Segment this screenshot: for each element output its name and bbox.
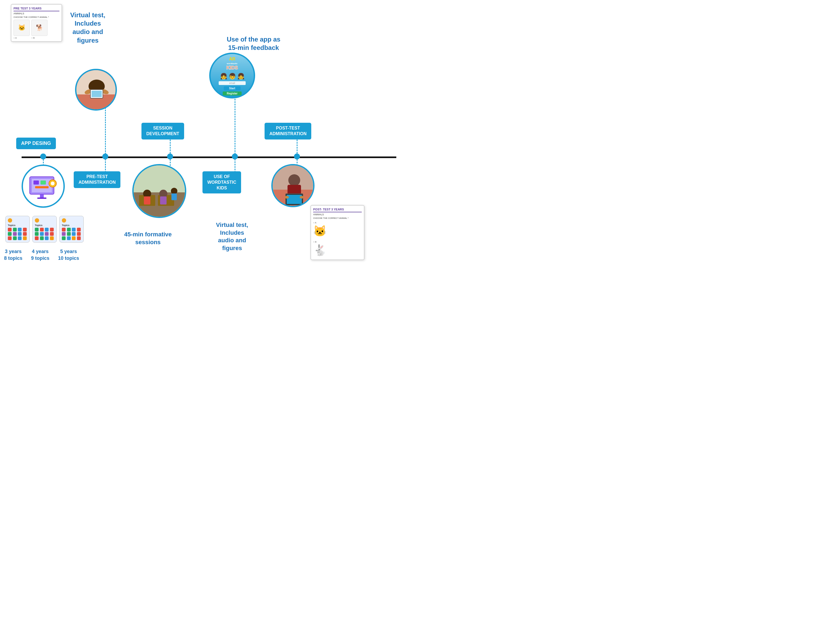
app-card-5y-title: Topics	[62, 224, 81, 226]
timeline-dot-3	[167, 154, 173, 159]
label-use-wordtastic: USE OFWORDTASTICKIDS	[202, 171, 241, 193]
svg-point-33	[284, 196, 289, 199]
icon-5y-4	[77, 228, 81, 231]
timeline-dot-2	[102, 154, 108, 159]
pretest-option-a: 🐱	[14, 20, 30, 36]
annotation-45min: 45-min formativesessions	[124, 231, 172, 246]
app-design-icon	[27, 171, 59, 201]
label-session-dev: SESSIONDEVELOPMENT	[141, 123, 184, 140]
app-card-3years: Topics	[5, 216, 30, 243]
svg-point-8	[51, 182, 54, 185]
svg-rect-2	[34, 180, 39, 185]
icon-3	[18, 228, 22, 231]
icon-4	[23, 228, 27, 231]
circle-wordtastic: AR wordtastic KIDS 👧 👦 👧 email Start Reg…	[209, 52, 255, 99]
icon-4y-8	[50, 232, 54, 236]
icon-7	[18, 232, 22, 236]
annotation-virtual-test-pre: Virtual test,Includesaudio andfigures	[70, 11, 105, 45]
label-pretest-admin: PRE-TESTADMINISTRATION	[74, 171, 121, 188]
app-card-3y-grid	[8, 228, 27, 240]
pretest-radio-b: ○ B	[31, 37, 48, 39]
svg-point-34	[300, 196, 304, 199]
dashed-line-2-up	[105, 103, 106, 154]
dashed-line-4-up	[235, 89, 235, 154]
app-card-4y-grid	[35, 228, 54, 240]
timeline-dot-1	[40, 154, 46, 159]
app-card-5y-header	[62, 218, 66, 223]
icon-4y-2	[40, 228, 44, 231]
svg-rect-22	[144, 196, 150, 205]
posttest-photo-placeholder	[273, 165, 315, 207]
app-card-5y-grid	[62, 228, 81, 240]
icon-8	[23, 232, 27, 236]
label-app-design: APP DESING	[16, 137, 56, 149]
icon-4y-6	[40, 232, 44, 236]
label-posttest-admin: POST-TESTADMINISTRATION	[264, 123, 311, 140]
year-label-3: 3 years8 topics	[4, 248, 22, 262]
icon-5y-11	[72, 236, 76, 240]
icon-4y-5	[35, 232, 39, 236]
pretest-subtitle: ANIMALS	[14, 12, 59, 15]
icon-5y-1	[62, 228, 66, 231]
pretest-radio-a: ○ A	[14, 37, 30, 39]
posttest-subtitle: ANIMALS	[313, 213, 362, 216]
svg-rect-3	[40, 180, 46, 185]
posttest-title: POST- TEST 3 YEARS	[313, 208, 362, 212]
icon-5y-8	[77, 232, 81, 236]
icon-11	[18, 236, 22, 240]
icon-4y-7	[45, 232, 49, 236]
icon-4y-3	[45, 228, 49, 231]
icon-5y-12	[77, 236, 81, 240]
icon-5y-3	[72, 228, 76, 231]
posttest-radio-b: ○ B	[313, 241, 362, 243]
pretest-title: PRE TEST 3 YEARS	[14, 7, 59, 11]
icon-10	[13, 236, 17, 240]
pretest-photo-placeholder	[76, 70, 117, 111]
posttest-question: CHOOSE THE CORRECT ANIMAL *	[313, 217, 362, 219]
circle-session-photo	[132, 164, 186, 218]
pretest-mockup: PRE TEST 3 YEARS ANIMALS CHOOSE THE CORR…	[11, 4, 62, 42]
svg-rect-26	[171, 193, 177, 200]
icon-12	[23, 236, 27, 240]
year-label-4: 4 years9 topics	[31, 248, 49, 262]
icon-5y-10	[67, 236, 71, 240]
annotation-virtual-test-post: Virtual test,Includesaudio andfigures	[216, 221, 248, 252]
app-card-3y-title: Topics	[8, 224, 27, 226]
posttest-options: ○ A 🐱 ○ B 🐇	[313, 221, 362, 257]
svg-point-25	[171, 188, 178, 194]
svg-rect-4	[35, 186, 49, 188]
posttest-mockup: POST- TEST 3 YEARS ANIMALS CHOOSE THE CO…	[311, 205, 365, 260]
svg-rect-24	[160, 196, 167, 205]
pretest-options: 🐱 ○ A 🐕 ○ B	[14, 20, 59, 39]
icon-4y-10	[40, 236, 44, 240]
icon-2	[13, 228, 17, 231]
year-label-5: 5 years10 topics	[58, 248, 79, 262]
icon-6	[13, 232, 17, 236]
icon-5y-6	[67, 232, 71, 236]
app-card-4years: Topics	[32, 216, 57, 243]
pretest-question: CHOOSE THE CORRECT ANIMAL *	[14, 16, 59, 18]
pretest-option-b: 🐕	[31, 20, 48, 36]
svg-rect-5	[40, 194, 44, 197]
timeline-line	[22, 157, 396, 158]
svg-rect-18	[134, 165, 186, 193]
svg-point-29	[288, 174, 300, 186]
circle-app-design	[22, 165, 65, 208]
icon-4y-9	[35, 236, 39, 240]
app-card-4y-header	[35, 218, 39, 223]
svg-rect-32	[287, 195, 302, 204]
circle-pretest-photo	[75, 69, 117, 111]
annotation-use-of-app: Use of the app as15-min feedback	[227, 35, 281, 52]
icon-1	[8, 228, 12, 231]
circle-posttest-photo	[271, 164, 315, 207]
icon-5	[8, 232, 12, 236]
timeline-dot-5	[294, 154, 300, 159]
posttest-radio-a: ○ A	[313, 222, 362, 224]
icon-5y-5	[62, 232, 66, 236]
icon-4y-4	[50, 228, 54, 231]
svg-rect-6	[37, 197, 46, 199]
app-card-3y-header	[8, 218, 12, 223]
icon-4y-11	[45, 236, 49, 240]
icon-5y-9	[62, 236, 66, 240]
icon-5y-2	[67, 228, 71, 231]
